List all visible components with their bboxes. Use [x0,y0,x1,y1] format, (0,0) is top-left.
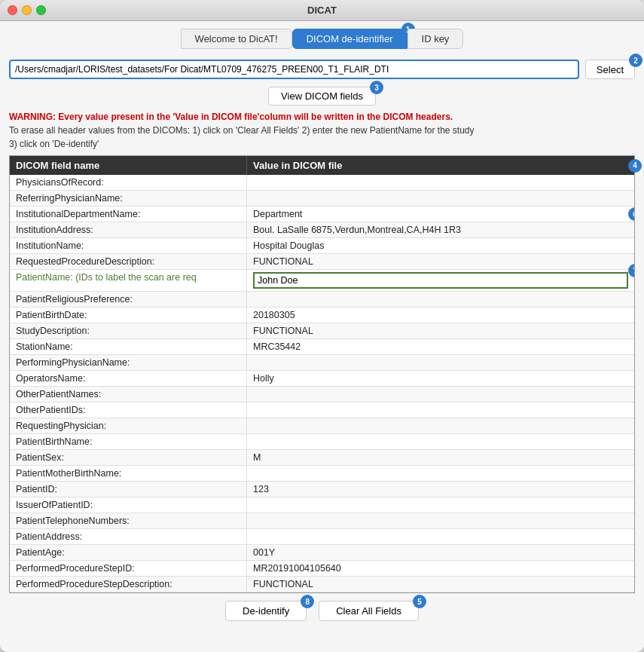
badge-4: 4 [628,159,642,173]
field-cell: PatientID: [10,482,247,497]
field-cell: OperatorsName: [10,371,247,386]
field-cell: PatientAge: [10,545,247,560]
value-cell: FUNCTIONAL [247,323,634,338]
value-cell: Boul. LaSalle 6875,Verdun,Montreal,CA,H4… [247,222,634,237]
view-dicom-button[interactable]: View DICOM fields [268,87,376,106]
value-cell: 001Y [247,545,634,560]
field-cell: InstitutionAddress: [10,222,247,237]
table-row: PatientAddress: [10,529,634,545]
select-wrapper: Select 2 [585,60,635,79]
field-cell: PerformedProcedureStepDescription: [10,577,247,592]
table-row: PatientName: (IDs to label the scan are … [10,270,634,292]
title-bar: DICAT [0,0,644,21]
table-row: StationName:MRC35442 [10,339,634,355]
table-body: PhysiciansOfRecord:ReferringPhysicianNam… [10,175,634,592]
tab-idkey[interactable]: ID key [407,29,464,49]
window-controls [8,5,46,15]
value-cell [247,418,634,433]
field-cell: InstitutionalDepartmentName: [10,207,247,222]
table-row: PatientSex:M [10,450,634,466]
value-cell [247,175,634,190]
table-row: OperatorsName:Holly [10,371,634,387]
field-cell: PerformedProcedureStepID: [10,561,247,576]
select-button[interactable]: Select [585,60,635,79]
value-cell: MR20191004105640 [247,561,634,576]
badge-5: 5 [413,595,426,608]
content-area: Welcome to DicAT! DICOM de-identifier 1 … [0,21,644,652]
tab-bar: Welcome to DicAT! DICOM de-identifier 1 … [0,21,644,55]
table-row: OtherPatientIDs: [10,403,634,418]
view-dicom-bar: View DICOM fields 3 [0,84,644,110]
badge-3: 3 [370,81,383,94]
tab-deidentifier[interactable]: DICOM de-identifier [292,29,407,49]
table-row: ReferringPhysicianName: [10,191,634,207]
tab-wrapper-idkey: ID key [407,29,464,49]
patient-name-input[interactable] [253,272,628,289]
close-button[interactable] [8,5,17,15]
field-cell: InstitutionName: [10,238,247,253]
field-cell: OtherPatientNames: [10,387,247,402]
value-cell [247,513,634,528]
value-cell: Hospital Douglas [247,238,634,253]
field-cell: StudyDescription: [10,323,247,338]
minimize-button[interactable] [22,5,32,15]
table-row: PatientReligiousPreference: [10,292,634,308]
table-row: PatientBirthDate:20180305 [10,308,634,323]
field-cell: PatientBirthDate: [10,308,247,323]
table-row: PerformedProcedureStepDescription:FUNCTI… [10,577,634,592]
view-dicom-wrapper: View DICOM fields 3 [268,87,376,106]
value-cell: M [247,450,634,465]
value-cell [247,403,634,418]
maximize-button[interactable] [36,5,46,15]
value-cell: 20180305 [247,308,634,323]
value-cell [247,529,634,544]
table-row: OtherPatientNames: [10,387,634,403]
path-input[interactable] [9,60,579,79]
field-cell: PatientMotherBirthName: [10,466,247,481]
field-cell: PerformingPhysicianName: [10,355,247,370]
table-row: PatientTelephoneNumbers: [10,513,634,529]
field-cell: PatientAddress: [10,529,247,544]
table-row: PhysiciansOfRecord: [10,175,634,191]
value-cell [247,191,634,206]
value-cell [247,292,634,307]
deidentify-button[interactable]: De-identify [225,601,307,621]
field-cell: PatientBirthName: [10,434,247,449]
field-cell: ReferringPhysicianName: [10,191,247,206]
table-header: DICOM field name Value in DICOM file 4 [10,156,634,175]
table-row: StudyDescription:FUNCTIONAL [10,323,634,339]
value-cell[interactable]: 7 [247,270,634,291]
table-row: RequestedProcedureDescription:FUNCTIONAL [10,254,634,270]
field-cell: PatientName: (IDs to label the scan are … [10,270,247,291]
table-row: PatientID:123 [10,482,634,497]
badge-2: 2 [629,54,642,67]
value-cell: Department6 [247,207,634,222]
value-cell [247,387,634,402]
bottom-bar: De-identify 8 Clear All Fields 5 [0,593,644,629]
table-row: InstitutionName:Hospital Douglas [10,238,634,254]
value-cell [247,434,634,449]
warning-box: WARNING: Every value present in the 'Val… [9,110,635,151]
table-row: PerformingPhysicianName: [10,355,634,371]
value-cell [247,497,634,513]
value-cell: FUNCTIONAL [247,254,634,269]
field-cell: PatientSex: [10,450,247,465]
table-row: InstitutionalDepartmentName:Department6 [10,207,634,222]
badge-6: 6 [628,207,634,221]
table-row: PatientBirthName: [10,434,634,450]
clear-button[interactable]: Clear All Fields [319,601,419,621]
table-row: InstitutionAddress:Boul. LaSalle 6875,Ve… [10,222,634,238]
tab-welcome[interactable]: Welcome to DicAT! [181,29,292,49]
field-cell: OtherPatientIDs: [10,403,247,418]
value-cell: MRC35442 [247,339,634,354]
field-cell: PhysiciansOfRecord: [10,175,247,190]
warning-line3: 3) click on 'De-identify' [9,137,635,151]
table-row: RequestingPhysician: [10,418,634,434]
field-cell: IssuerOfPatientID: [10,497,247,513]
tab-wrapper-1: Welcome to DicAT! [181,29,292,49]
field-cell: RequestingPhysician: [10,418,247,433]
warning-line2: To erase all header values from the DICO… [9,124,635,137]
value-cell [247,355,634,370]
value-cell: Holly [247,371,634,386]
badge-8: 8 [301,595,314,608]
